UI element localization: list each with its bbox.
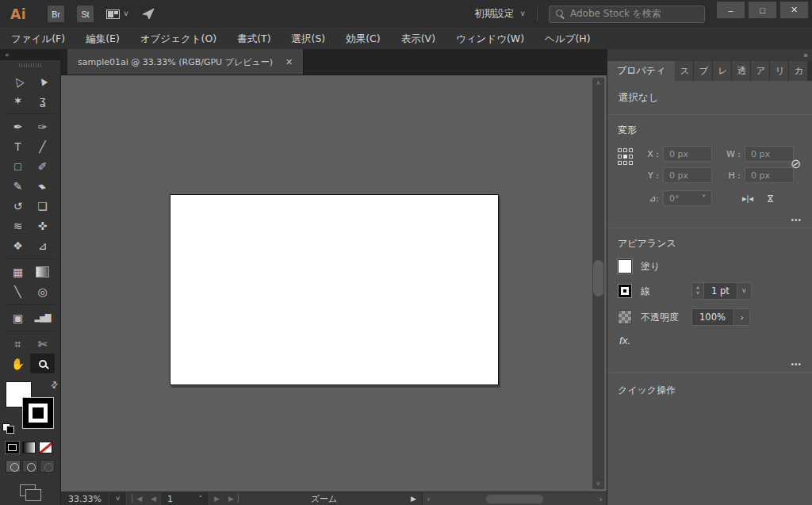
status-menu-icon[interactable]: ▶ bbox=[405, 495, 422, 503]
mesh-tool[interactable]: ▦ bbox=[6, 262, 30, 281]
y-input[interactable]: 0 px bbox=[663, 167, 712, 183]
color-button[interactable] bbox=[6, 442, 19, 453]
opacity-swatch[interactable] bbox=[618, 310, 632, 324]
rotation-select[interactable]: 0° ˅ bbox=[663, 190, 712, 206]
type-tool[interactable]: T bbox=[6, 136, 30, 156]
menu-file[interactable]: ファイル(F) bbox=[11, 33, 65, 46]
selection-tool[interactable]: △ bbox=[6, 71, 30, 90]
tools-panel-header[interactable]: « bbox=[0, 49, 60, 60]
rotate-tool[interactable]: ↺ bbox=[6, 196, 30, 216]
menu-view[interactable]: 表示(V) bbox=[401, 33, 435, 46]
last-page-icon[interactable]: ▶▕ bbox=[224, 495, 243, 503]
draw-normal-button[interactable] bbox=[6, 460, 21, 472]
minimize-button[interactable]: – bbox=[717, 2, 745, 18]
close-tab-icon[interactable]: ✕ bbox=[285, 57, 293, 67]
scroll-down-icon[interactable]: ˅ bbox=[596, 478, 600, 489]
tab-layers[interactable]: レ bbox=[713, 61, 732, 81]
effects-fx-button[interactable]: fx. bbox=[619, 335, 630, 346]
menu-object[interactable]: オブジェクト(O) bbox=[140, 33, 216, 46]
tab-color[interactable]: カ bbox=[789, 61, 808, 81]
slice-tool[interactable]: ✄ bbox=[30, 334, 55, 354]
lasso-tool[interactable]: ʓ bbox=[30, 90, 55, 110]
next-page-icon[interactable]: ▶ bbox=[209, 495, 224, 503]
draw-inside-button[interactable] bbox=[40, 460, 55, 472]
menu-window[interactable]: ウィンドウ(W) bbox=[456, 33, 524, 46]
close-button[interactable]: ✕ bbox=[780, 2, 808, 18]
appearance-more-options[interactable]: ••• bbox=[791, 360, 802, 369]
tab-appearance[interactable]: ア bbox=[751, 61, 770, 81]
document-tab[interactable]: sample01ai @ 33.33% (RGB/GPU プレビュー) ✕ bbox=[67, 49, 304, 75]
transform-more-options[interactable]: ••• bbox=[791, 216, 802, 224]
scale-tool[interactable]: ❏ bbox=[30, 196, 55, 216]
x-input[interactable]: 0 px bbox=[663, 146, 712, 162]
opacity-options-icon[interactable]: › bbox=[733, 309, 749, 325]
none-button[interactable] bbox=[39, 442, 52, 453]
h-input[interactable]: 0 px bbox=[745, 167, 794, 183]
tab-transparency[interactable]: 透 bbox=[732, 61, 751, 81]
swap-fill-stroke-icon[interactable]: ⇄ bbox=[48, 379, 61, 392]
vertical-scroll-thumb[interactable] bbox=[593, 260, 603, 296]
tab-links[interactable]: リ bbox=[770, 61, 789, 81]
menu-effect[interactable]: 効果(C) bbox=[346, 33, 380, 46]
tools-panel-grip[interactable] bbox=[0, 60, 60, 71]
stroke-swatch[interactable] bbox=[618, 284, 632, 298]
scroll-right-icon[interactable]: › bbox=[599, 494, 603, 504]
tab-properties[interactable]: プロパティ bbox=[607, 61, 675, 81]
perspective-grid-tool[interactable]: ⊿ bbox=[30, 235, 55, 255]
symbol-sprayer-tool[interactable]: ▣ bbox=[6, 308, 30, 327]
rectangle-tool[interactable]: □ bbox=[6, 156, 30, 176]
zoom-level-value[interactable]: 33.33% bbox=[61, 492, 109, 505]
expand-panels-icon[interactable]: » bbox=[803, 51, 806, 59]
draw-behind-button[interactable] bbox=[22, 460, 37, 472]
flip-vertical-icon[interactable]: ⋈ bbox=[766, 193, 775, 204]
eraser-tool[interactable]: ▰ bbox=[30, 176, 55, 196]
workspace-switcher-button[interactable]: ˅ bbox=[106, 10, 128, 19]
bridge-button[interactable]: Br bbox=[48, 6, 64, 22]
flip-horizontal-icon[interactable]: ▸|◂ bbox=[742, 193, 753, 204]
direct-selection-tool[interactable]: ▲ bbox=[30, 71, 55, 90]
stroke-width-stepper[interactable]: ˄ ˅ 1 pt ˅ bbox=[691, 282, 752, 300]
stroke-color-swatch[interactable] bbox=[22, 397, 54, 429]
horizontal-scroll-thumb[interactable] bbox=[486, 495, 543, 503]
opacity-control[interactable]: 100% › bbox=[691, 308, 750, 326]
width-tool[interactable]: ≋ bbox=[6, 216, 30, 235]
w-input[interactable]: 0 px bbox=[745, 146, 794, 162]
line-segment-tool[interactable]: ╱ bbox=[30, 136, 55, 156]
share-rocket-icon[interactable] bbox=[141, 6, 157, 22]
menu-help[interactable]: ヘルプ(H) bbox=[545, 33, 591, 46]
artboard-tool[interactable]: ⌗ bbox=[6, 334, 30, 354]
vertical-scrollbar[interactable]: ˄ ˅ bbox=[592, 78, 604, 489]
stock-button[interactable]: St bbox=[77, 6, 94, 22]
vertical-scroll-track[interactable] bbox=[592, 89, 604, 478]
first-page-icon[interactable]: ▏◀ bbox=[127, 495, 146, 503]
menu-select[interactable]: 選択(S) bbox=[292, 33, 326, 46]
shaper-tool[interactable]: ✎ bbox=[6, 176, 30, 196]
menu-type[interactable]: 書式(T) bbox=[237, 33, 270, 46]
puppet-warp-tool[interactable]: ✜ bbox=[30, 216, 55, 235]
blend-tool[interactable]: ◎ bbox=[30, 281, 55, 301]
tab-brushes[interactable]: ブ bbox=[694, 61, 713, 81]
shape-builder-tool[interactable]: ❖ bbox=[6, 235, 30, 255]
graph-tool[interactable]: ▂▅▇ bbox=[30, 308, 55, 327]
zoom-tool[interactable] bbox=[30, 354, 55, 373]
eyedropper-tool[interactable]: ╲ bbox=[6, 281, 30, 301]
paintbrush-tool[interactable]: ✐ bbox=[30, 156, 55, 176]
adobe-stock-search-input[interactable]: Adobe Stock を検索 bbox=[549, 6, 705, 23]
opacity-value[interactable]: 100% bbox=[692, 309, 733, 325]
curvature-tool[interactable]: ✑ bbox=[30, 117, 55, 136]
hand-tool[interactable]: ✋ bbox=[6, 354, 30, 373]
zoom-level-chevron[interactable]: ˅ bbox=[109, 492, 127, 505]
magic-wand-tool[interactable]: ✶ bbox=[6, 90, 30, 110]
maximize-button[interactable]: □ bbox=[749, 2, 776, 18]
artboard-navigation-select[interactable]: 1 ˅ bbox=[160, 492, 209, 505]
stepper-arrows-icon[interactable]: ˄ ˅ bbox=[692, 283, 704, 299]
collapse-panel-icon[interactable]: « bbox=[5, 51, 9, 59]
stroke-width-dropdown[interactable]: ˅ bbox=[737, 283, 751, 299]
menu-edit[interactable]: 編集(E) bbox=[86, 33, 120, 46]
fill-swatch[interactable] bbox=[618, 259, 632, 274]
gradient-button[interactable] bbox=[22, 442, 36, 453]
gradient-tool[interactable] bbox=[30, 262, 55, 281]
canvas[interactable]: ˄ ˅ bbox=[61, 75, 607, 492]
reference-point-locator[interactable] bbox=[618, 148, 633, 166]
scroll-left-icon[interactable]: ‹ bbox=[427, 494, 430, 504]
